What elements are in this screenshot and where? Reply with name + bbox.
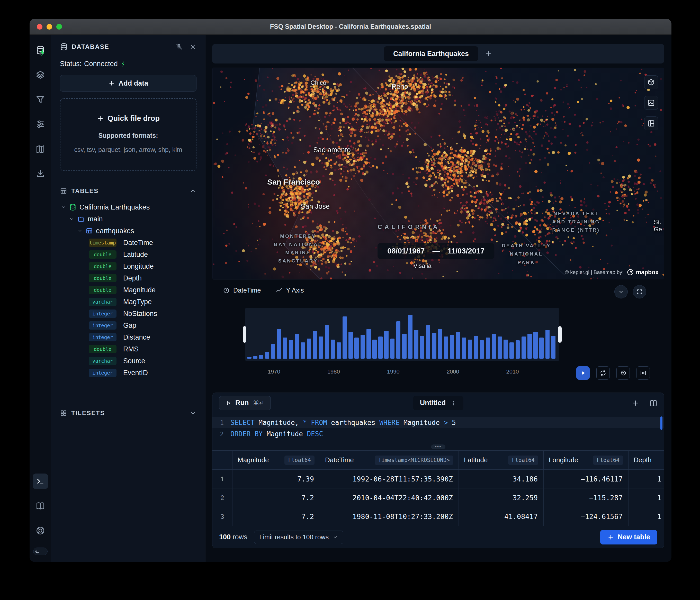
- histogram-bar: [516, 340, 520, 359]
- fullscreen-window-button[interactable]: [56, 24, 62, 30]
- time-range-filter[interactable]: 08/01/1967 — 11/03/2017: [377, 243, 494, 259]
- tree-item-database[interactable]: California Earthquakes: [60, 201, 197, 213]
- histogram-bar: [313, 331, 317, 359]
- query-doc-title[interactable]: Untitled: [413, 396, 464, 410]
- add-query-icon[interactable]: [632, 399, 639, 407]
- close-window-button[interactable]: [37, 24, 43, 30]
- mapbox-logo[interactable]: mapbox: [627, 269, 658, 276]
- field-row[interactable]: doubleLatitude: [60, 249, 197, 260]
- timeline-y-axis[interactable]: Y Axis: [276, 287, 304, 294]
- table-cell[interactable]: 1992-06-28T11:57:35.390Z: [320, 470, 459, 488]
- close-panel-icon[interactable]: [189, 43, 197, 50]
- minimize-window-button[interactable]: [47, 24, 52, 30]
- column-header[interactable]: DepthFloat64: [628, 451, 664, 469]
- timeline-x-field[interactable]: DateTime: [223, 287, 261, 294]
- column-header[interactable]: DateTimeTimestamp<MICROSECOND>: [320, 451, 459, 469]
- field-row[interactable]: doubleRMS: [60, 343, 197, 355]
- panel-layout-button[interactable]: [644, 116, 658, 130]
- table-cell[interactable]: 41.08417: [459, 507, 544, 526]
- table-cell[interactable]: 1: [628, 470, 664, 488]
- table-cell[interactable]: 7.2: [232, 489, 320, 507]
- view-3d-button[interactable]: [644, 75, 658, 89]
- tilesets-section-header: TILESETS: [60, 410, 197, 417]
- table-cell[interactable]: 1980-11-08T10:27:33.200Z: [320, 507, 459, 526]
- tree-item-table[interactable]: earthquakes: [60, 225, 197, 237]
- filter-nav-button[interactable]: [33, 92, 48, 107]
- drag-dots-icon[interactable]: •••: [431, 444, 445, 449]
- field-row[interactable]: integerDistance: [60, 331, 197, 343]
- speed-button[interactable]: [617, 366, 630, 380]
- histogram-bar: [432, 333, 436, 359]
- limit-dropdown[interactable]: Limit results to 100 rows: [254, 530, 344, 544]
- field-row[interactable]: varcharMagType: [60, 296, 197, 308]
- loop-button[interactable]: [596, 366, 610, 380]
- table-cell[interactable]: 7.39: [232, 470, 320, 488]
- expand-timeline-button[interactable]: [633, 285, 646, 298]
- time-range-start: 08/01/1967: [387, 247, 425, 255]
- table-cell[interactable]: 32.259: [459, 489, 544, 507]
- table-cell[interactable]: −115.287: [544, 489, 628, 507]
- table-cell[interactable]: 1: [628, 489, 664, 507]
- table-cell[interactable]: 2010-04-04T22:40:42.000Z: [320, 489, 459, 507]
- new-table-button[interactable]: New table: [600, 530, 657, 545]
- table-cell[interactable]: 7.2: [232, 507, 320, 526]
- map-view[interactable]: ChicoRenoSacramentoSan FranciscoSan Jose…: [212, 68, 664, 280]
- theme-toggle[interactable]: [33, 548, 48, 555]
- table-cell[interactable]: 1: [628, 507, 664, 526]
- range-handle-right[interactable]: [558, 326, 561, 343]
- field-row[interactable]: doubleLongitude: [60, 260, 197, 272]
- histogram-bar: [354, 338, 359, 359]
- histogram-bar: [438, 329, 442, 359]
- add-data-button[interactable]: Add data: [60, 75, 197, 92]
- layers-nav-button[interactable]: [33, 67, 48, 82]
- tab-california-earthquakes[interactable]: California Earthquakes: [384, 46, 478, 61]
- chevron-up-icon[interactable]: [189, 187, 197, 194]
- export-nav-button[interactable]: [33, 166, 48, 181]
- help-button[interactable]: [33, 523, 48, 538]
- column-header[interactable]: MagnitudeFloat64: [232, 451, 320, 469]
- window-title: FSQ Spatial Desktop - California Earthqu…: [270, 23, 431, 30]
- table-cell[interactable]: 34.186: [459, 470, 544, 488]
- column-header[interactable]: LongitudeFloat64: [544, 451, 628, 469]
- column-header[interactable]: LatitudeFloat64: [459, 451, 544, 469]
- field-row[interactable]: varcharSource: [60, 355, 197, 367]
- map-nav-button[interactable]: [33, 141, 48, 157]
- sql-editor[interactable]: 1SELECT Magnitude, * FROM earthquakes WH…: [212, 413, 664, 443]
- field-name: RMS: [123, 345, 139, 353]
- field-type-badge: double: [89, 274, 117, 282]
- settings-nav-button[interactable]: [33, 116, 48, 132]
- run-query-button[interactable]: Run ⌘↵: [219, 396, 271, 410]
- time-window-button[interactable]: [636, 366, 650, 380]
- table-cell[interactable]: −116.46117: [544, 470, 628, 488]
- database-nav-button[interactable]: [33, 43, 48, 58]
- field-row[interactable]: doubleMagnitude: [60, 284, 197, 296]
- basemap-button[interactable]: [644, 96, 658, 110]
- field-row[interactable]: timestampDateTime: [60, 237, 197, 249]
- histogram-bar: [343, 316, 347, 359]
- quick-file-drop-zone[interactable]: Quick file drop Supported formats: csv, …: [60, 98, 197, 171]
- editor-scrollbar[interactable]: [660, 416, 662, 430]
- docs-book-icon[interactable]: [650, 399, 657, 407]
- field-row[interactable]: doubleDepth: [60, 272, 197, 284]
- time-range-end: 11/03/2017: [448, 247, 485, 255]
- field-row[interactable]: integerEventID: [60, 367, 197, 379]
- docs-button[interactable]: [33, 498, 48, 514]
- range-handle-left[interactable]: [243, 326, 246, 343]
- table-row[interactable]: 37.21980-11-08T10:27:33.200Z41.08417−124…: [212, 507, 664, 526]
- collapse-timeline-button[interactable]: [615, 285, 628, 298]
- table-row[interactable]: 27.22010-04-04T22:40:42.000Z32.259−115.2…: [212, 489, 664, 507]
- code-line[interactable]: 2ORDER BY Magnitude DESC: [212, 428, 664, 440]
- tree-item-schema[interactable]: main: [60, 213, 197, 225]
- table-row[interactable]: 17.391992-06-28T11:57:35.390Z34.186−116.…: [212, 470, 664, 489]
- unpin-icon[interactable]: [175, 43, 182, 50]
- play-button[interactable]: [576, 366, 590, 380]
- chevron-down-icon[interactable]: [189, 410, 197, 417]
- table-cell[interactable]: −124.61567: [544, 507, 628, 526]
- new-tab-button[interactable]: [485, 50, 493, 58]
- code-line[interactable]: 1SELECT Magnitude, * FROM earthquakes WH…: [212, 417, 664, 428]
- editor-resize-handle[interactable]: •••: [212, 443, 664, 450]
- field-row[interactable]: integerNbStations: [60, 308, 197, 319]
- sql-console-button[interactable]: [33, 473, 48, 489]
- histogram[interactable]: [245, 308, 559, 361]
- field-row[interactable]: integerGap: [60, 319, 197, 331]
